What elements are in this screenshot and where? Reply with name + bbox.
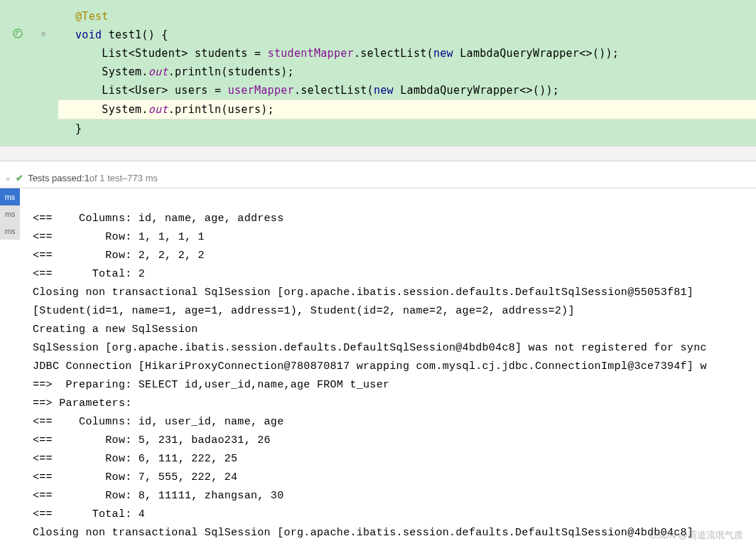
console-line: Closing non transactional SqlSession [or… bbox=[33, 287, 693, 299]
console-pane: ms ms ms <== Columns: id, name, age, add… bbox=[0, 188, 756, 546]
status-prefix: Tests passed: bbox=[28, 173, 85, 183]
status-mid: of 1 test bbox=[90, 173, 122, 183]
timing-badge[interactable]: ms bbox=[0, 223, 20, 240]
check-icon: ✔ bbox=[16, 173, 23, 183]
code-text: .selectList( bbox=[354, 47, 433, 60]
svg-point-0 bbox=[14, 29, 22, 38]
code-text: } bbox=[75, 122, 82, 135]
console-output[interactable]: <== Columns: id, name, age, address <== … bbox=[20, 188, 756, 546]
code-text: List<Student> bbox=[75, 47, 195, 60]
console-line: SqlSession [org.apache.ibatis.session.de… bbox=[33, 342, 707, 354]
console-line: <== Row: 1, 1, 1, 1 bbox=[33, 231, 205, 243]
console-line: JDBC Connection [HikariProxyConnection@7… bbox=[33, 360, 707, 373]
status-time: 773 ms bbox=[127, 173, 158, 183]
timing-badge[interactable]: ms bbox=[0, 205, 20, 223]
keyword-new: new bbox=[433, 47, 460, 60]
console-line: ==> Preparing: SELECT id,user_id,name,ag… bbox=[33, 379, 389, 391]
field-out: out bbox=[148, 103, 168, 116]
console-line: <== Row: 8, 11111, zhangsan, 30 bbox=[33, 490, 284, 502]
console-line: <== Row: 6, 111, 222, 25 bbox=[33, 453, 237, 465]
code-area[interactable]: @Test void test1() { List<Student> stude… bbox=[58, 0, 756, 138]
tests-passed-count: 1 bbox=[85, 173, 90, 183]
code-text: .println(students); bbox=[168, 65, 294, 78]
code-text: List<User> bbox=[75, 84, 175, 97]
recursive-icon[interactable] bbox=[13, 28, 23, 38]
console-line: <== Total: 2 bbox=[33, 268, 145, 280]
code-text: () { bbox=[141, 28, 168, 41]
console-line: [Student(id=1, name=1, age=1, address=1)… bbox=[33, 305, 575, 317]
expand-chevron-icon[interactable]: » bbox=[6, 174, 10, 183]
keyword-void: void bbox=[75, 28, 109, 41]
console-gutter: ms ms ms bbox=[0, 188, 20, 546]
field-out: out bbox=[148, 65, 168, 78]
field-ref: userMapper bbox=[228, 84, 294, 97]
code-text: = bbox=[248, 47, 268, 60]
console-line: Closing non transactional SqlSession [or… bbox=[33, 527, 693, 539]
timing-badge[interactable]: ms bbox=[0, 188, 20, 205]
code-editor[interactable]: ⊖ @Test void test1() { List<Student> stu… bbox=[0, 0, 756, 146]
code-text: System. bbox=[75, 103, 148, 116]
console-line: Creating a new SqlSession bbox=[33, 323, 198, 336]
code-text: = bbox=[208, 84, 228, 97]
spacer bbox=[0, 161, 756, 168]
editor-gutter: ⊖ bbox=[0, 0, 58, 146]
divider-bar bbox=[0, 146, 756, 161]
fold-marker-icon[interactable]: ⊖ bbox=[41, 30, 50, 38]
annotation: @Test bbox=[75, 10, 109, 23]
code-text: LambdaQueryWrapper<>()); bbox=[400, 84, 559, 97]
code-text: System. bbox=[75, 65, 148, 78]
variable: students bbox=[195, 47, 248, 60]
console-line: ==> Parameters: bbox=[33, 397, 139, 410]
console-line: <== Columns: id, name, age, address bbox=[33, 213, 284, 225]
variable: users bbox=[175, 84, 208, 97]
field-ref: studentMapper bbox=[268, 47, 354, 60]
code-text: LambdaQueryWrapper<>()); bbox=[460, 47, 619, 60]
console-line: <== Columns: id, user_id, name, age bbox=[33, 416, 284, 428]
console-line: <== Row: 5, 231, badao231, 26 bbox=[33, 434, 271, 446]
code-text: .selectList( bbox=[294, 84, 374, 97]
console-line: <== Row: 7, 555, 222, 24 bbox=[33, 471, 237, 483]
console-line: <== Row: 2, 2, 2, 2 bbox=[33, 250, 205, 262]
status-dash: – bbox=[122, 173, 127, 183]
method-name: test1 bbox=[109, 28, 142, 41]
keyword-new: new bbox=[374, 84, 400, 97]
test-status-bar: » ✔ Tests passed: 1 of 1 test – 773 ms bbox=[0, 168, 756, 188]
console-line: <== Total: 4 bbox=[33, 508, 145, 520]
code-text: .println(users); bbox=[168, 103, 274, 116]
